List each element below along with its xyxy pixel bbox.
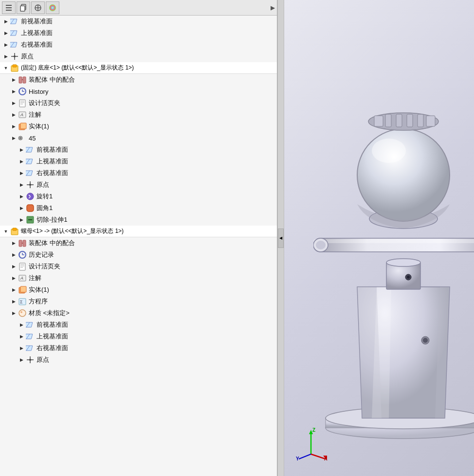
expand-arrow-origin-1[interactable]: ▶ [2,53,10,60]
tree-item-fillet-1[interactable]: ▶圆角1 [0,202,277,214]
toolbar-color-btn[interactable] [46,1,59,14]
svg-rect-1 [6,7,12,8]
svg-text:Y: Y [296,456,299,461]
svg-rect-20 [19,77,22,83]
svg-point-90 [372,139,406,163]
tree-item-annotation-1[interactable]: ▶A注解 [0,109,277,121]
toolbar-list-btn[interactable] [2,1,16,14]
expand-arrow-front-plane-2[interactable]: ▶ [18,146,25,154]
panel-collapse-handle[interactable]: ◀ [278,229,284,248]
tree-label-origin-2: 原点 [36,180,275,189]
feature-tree-panel: ▶ ▶前视基准面▶上视基准面▶右视基准面▶原点▼(固定) 底座<1> (默认<<… [0,0,277,476]
expand-arrow-equation-1[interactable]: ▶ [10,298,18,305]
toolbar-copy-btn[interactable] [17,1,30,14]
expand-arrow-cut-1[interactable]: ▶ [18,216,25,224]
tree-item-top-plane-2[interactable]: ▶上视基准面 [0,156,277,167]
tree-item-cut-1[interactable]: ▶切除-拉伸1 [0,214,277,226]
expand-arrow-revolve-1[interactable]: ▶ [18,193,25,200]
tree-item-mates-2[interactable]: ▶装配体 中的配合 [0,237,277,249]
expand-arrow-front-plane-3[interactable]: ▶ [18,321,25,329]
expand-arrow-fillet-1[interactable]: ▶ [18,204,25,212]
tree-item-right-plane-1[interactable]: ▶右视基准面 [0,39,277,51]
tree-item-solid-2[interactable]: ▶实体(1) [0,284,277,296]
tree-item-annotation-2[interactable]: ▶A注解 [0,272,277,284]
tree-label-origin-1: 原点 [21,52,275,61]
tree-item-top-plane-3[interactable]: ▶上视基准面 [0,331,277,342]
plane-icon-top-plane-2 [25,157,35,166]
svg-rect-93 [385,114,391,127]
tree-item-base-component[interactable]: ▼(固定) 底座<1> (默认<<默认>_显示状态 1>) [0,62,277,74]
tree-item-history-1[interactable]: ▶History [0,86,277,97]
design-binder-icon-design-binder-1 [18,98,27,108]
tree-item-num-45[interactable]: ▶45 [0,132,277,144]
expand-arrow-solid-2[interactable]: ▶ [10,286,18,294]
expand-arrow-annotation-1[interactable]: ▶ [10,111,18,119]
svg-rect-50 [23,240,26,247]
mates-icon-mates-2 [18,238,27,248]
expand-arrow-num-45[interactable]: ▶ [10,134,18,142]
tree-item-design-binder-2[interactable]: ▶设计活页夹 [0,261,277,272]
tree-item-right-plane-2[interactable]: ▶右视基准面 [0,167,277,179]
expand-arrow-top-plane-1[interactable]: ▶ [2,29,10,37]
expand-arrow-right-plane-1[interactable]: ▶ [2,41,10,49]
expand-arrow-top-plane-2[interactable]: ▶ [18,158,25,165]
equation-icon-equation-1: Σ [18,297,27,306]
plane-icon-front-plane-2 [25,145,35,155]
tree-item-origin-3[interactable]: ▶原点 [0,354,277,366]
expand-arrow-front-plane-1[interactable]: ▶ [2,18,10,25]
expand-arrow-origin-2[interactable]: ▶ [18,181,25,189]
toolbar-target-btn[interactable] [31,1,45,14]
svg-line-100 [311,454,326,459]
revolve-icon-revolve-1 [25,192,35,201]
expand-arrow-mates-1[interactable]: ▶ [10,76,18,84]
expand-arrow-design-binder-2[interactable]: ▶ [10,263,18,270]
svg-rect-4 [20,6,25,11]
feature-tree[interactable]: ▶前视基准面▶上视基准面▶右视基准面▶原点▼(固定) 底座<1> (默认<<默认… [0,16,277,476]
fillet-icon-fillet-1 [25,203,35,213]
solid-icon-solid-1 [18,122,27,131]
svg-line-102 [299,454,311,459]
tree-item-front-plane-3[interactable]: ▶前视基准面 [0,319,277,331]
tree-item-right-plane-3[interactable]: ▶右视基准面 [0,342,277,354]
tree-item-mates-1[interactable]: ▶装配体 中的配合 [0,74,277,86]
toolbar-expand-btn[interactable]: ▶ [271,4,275,11]
svg-point-42 [29,184,31,186]
expand-arrow-nut-component[interactable]: ▼ [2,228,10,235]
tree-item-top-plane-1[interactable]: ▶上视基准面 [0,27,277,39]
tree-item-revolve-1[interactable]: ▶旋转1 [0,191,277,202]
svg-point-81 [386,259,420,266]
tree-item-equation-1[interactable]: ▶Σ方程序 [0,296,277,307]
expand-arrow-history-1[interactable]: ▶ [10,88,18,95]
tree-item-material-1[interactable]: ▶材质 <未指定> [0,307,277,319]
viewport-3d[interactable]: Z X Y [284,0,474,476]
svg-rect-24 [19,100,25,107]
tree-item-front-plane-2[interactable]: ▶前视基准面 [0,144,277,156]
expand-arrow-top-plane-3[interactable]: ▶ [18,333,25,340]
svg-rect-85 [313,239,474,243]
svg-point-63 [19,310,26,317]
axis-indicator: Z X Y [294,427,328,461]
tree-label-top-plane-3: 上视基准面 [36,332,275,341]
panel-divider: ◀ [277,0,284,476]
tree-label-design-binder-2: 设计活页夹 [29,262,275,271]
expand-arrow-base-component[interactable]: ▼ [2,64,10,72]
expand-arrow-mates-2[interactable]: ▶ [10,239,18,247]
tree-item-solid-1[interactable]: ▶实体(1) [0,121,277,132]
tree-item-origin-2[interactable]: ▶原点 [0,179,277,191]
tree-label-right-plane-2: 右视基准面 [36,169,275,177]
tree-item-nut-component[interactable]: ▼螺母<1> -> (默认<<默认>_显示状态 1>) [0,226,277,237]
expand-arrow-material-1[interactable]: ▶ [10,309,18,317]
expand-arrow-right-plane-2[interactable]: ▶ [18,169,25,177]
tree-item-design-binder-1[interactable]: ▶设计活页夹 [0,97,277,109]
expand-arrow-solid-1[interactable]: ▶ [10,123,18,130]
expand-arrow-right-plane-3[interactable]: ▶ [18,344,25,352]
expand-arrow-history-2[interactable]: ▶ [10,251,18,259]
svg-rect-21 [23,77,26,83]
tree-item-history-2[interactable]: ▶历史记录 [0,249,277,261]
tree-item-origin-1[interactable]: ▶原点 [0,51,277,62]
expand-arrow-design-binder-1[interactable]: ▶ [10,99,18,107]
tree-item-front-plane-1[interactable]: ▶前视基准面 [0,16,277,27]
plane-icon-right-plane-2 [25,168,35,178]
expand-arrow-origin-3[interactable]: ▶ [18,356,25,364]
expand-arrow-annotation-2[interactable]: ▶ [10,274,18,282]
